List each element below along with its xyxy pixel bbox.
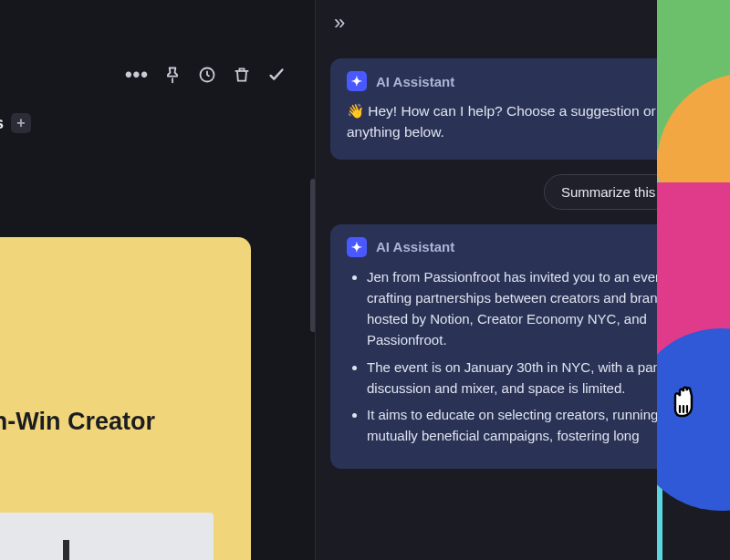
collapse-panel-icon[interactable]: » bbox=[332, 11, 338, 35]
clock-icon[interactable] bbox=[196, 64, 218, 86]
email-hero-card: ot Win-Win Creator bbox=[0, 237, 251, 560]
label-row: erships + bbox=[0, 113, 31, 133]
email-content-pane: ••• erships + NYC. ot Win-Win Creator bbox=[0, 0, 315, 560]
message-toolbar: ••• bbox=[125, 64, 287, 86]
add-label-button[interactable]: + bbox=[11, 113, 31, 133]
summary-point: Jen from Passionfroot has invited you to… bbox=[367, 266, 699, 351]
summary-point: It aims to educate on selecting creators… bbox=[367, 404, 699, 447]
summary-point: The event is on January 30th in NYC, wit… bbox=[367, 357, 699, 399]
hero-title-fragment-2: Win-Win Creator bbox=[0, 407, 233, 436]
more-icon[interactable]: ••• bbox=[125, 72, 149, 78]
trash-icon[interactable] bbox=[231, 64, 253, 86]
desktop-background-sliver bbox=[657, 0, 730, 560]
ai-assistant-label: AI Assistant bbox=[376, 239, 454, 254]
ai-sparkle-icon: ✦ bbox=[347, 237, 367, 257]
hero-title-fragment-1: ot bbox=[0, 274, 220, 304]
check-icon[interactable] bbox=[266, 64, 287, 86]
ai-assistant-label: AI Assistant bbox=[376, 74, 454, 89]
hero-image-placeholder bbox=[0, 513, 214, 560]
ai-greeting-text: 👋 Hey! How can I help? Choose a suggesti… bbox=[347, 100, 699, 143]
label-text: erships bbox=[0, 114, 4, 133]
summary-list: Jen from Passionfroot has invited you to… bbox=[347, 266, 699, 447]
pin-icon[interactable] bbox=[162, 64, 183, 86]
ai-sparkle-icon: ✦ bbox=[347, 71, 367, 91]
